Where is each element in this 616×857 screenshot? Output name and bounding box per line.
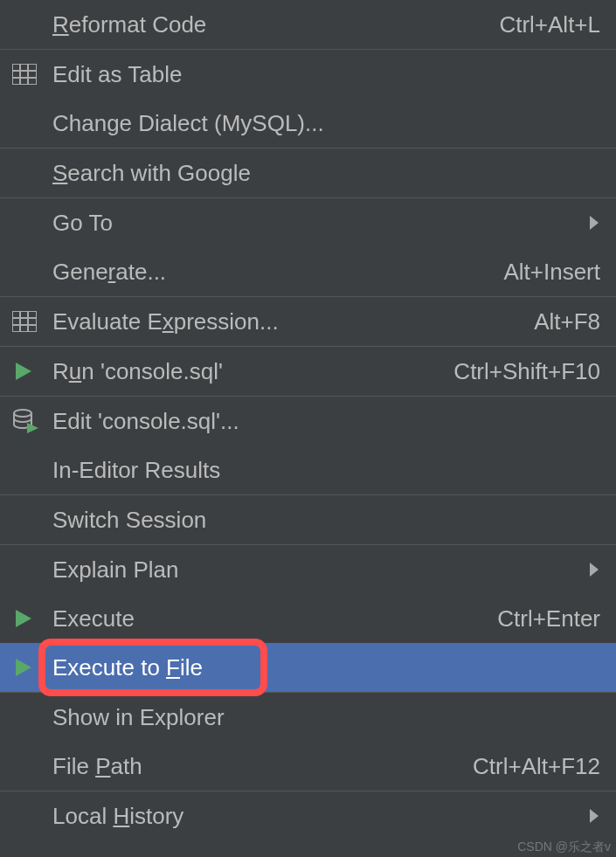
menu-item-shortcut: Alt+Insert <box>503 259 600 286</box>
menu-item-label: Change Dialect (MySQL)... <box>52 110 600 137</box>
menu-item-label: Run 'console.sql' <box>52 358 436 385</box>
menu-item-edit-as-table[interactable]: Edit as Table <box>0 50 616 99</box>
svg-marker-14 <box>590 563 599 577</box>
run-icon <box>12 361 52 382</box>
svg-point-12 <box>14 410 31 417</box>
menu-item-label: Show in Explorer <box>52 704 600 731</box>
menu-item-go-to[interactable]: Go To <box>0 198 616 247</box>
menu-item-shortcut: Ctrl+Alt+F12 <box>473 753 600 780</box>
menu-item-label: Generate... <box>52 259 486 286</box>
svg-rect-6 <box>12 311 37 332</box>
menu-item-switch-session[interactable]: Switch Session <box>0 495 616 544</box>
menu-item-label: Explain Plan <box>52 556 588 584</box>
menu-item-search-with-google[interactable]: Search with Google <box>0 149 616 197</box>
svg-marker-17 <box>590 809 599 823</box>
menu-item-label: Execute to File <box>52 654 600 681</box>
menu-item-shortcut: Ctrl+Enter <box>497 605 600 632</box>
menu-item-label: Switch Session <box>52 507 600 534</box>
menu-item-file-path[interactable]: File PathCtrl+Alt+F12 <box>0 742 616 791</box>
svg-marker-15 <box>16 610 31 627</box>
context-menu: Reformat CodeCtrl+Alt+L Edit as TableCha… <box>0 0 616 840</box>
menu-item-label: Evaluate Expression... <box>52 308 516 335</box>
menu-item-change-dialect-mysql[interactable]: Change Dialect (MySQL)... <box>0 99 616 148</box>
svg-marker-5 <box>590 216 599 230</box>
menu-item-shortcut: Ctrl+Shift+F10 <box>453 358 600 385</box>
menu-item-label: Edit 'console.sql'... <box>52 408 600 435</box>
watermark: CSDN @乐之者v <box>517 840 611 855</box>
menu-item-label: In-Editor Results <box>52 457 600 484</box>
menu-item-label: Edit as Table <box>52 61 600 88</box>
svg-marker-16 <box>16 659 31 676</box>
menu-item-label: File Path <box>52 753 455 780</box>
submenu-arrow-icon <box>588 214 600 232</box>
db-run-icon <box>12 409 52 433</box>
menu-item-label: Search with Google <box>52 160 600 187</box>
svg-marker-13 <box>27 423 38 433</box>
menu-item-shortcut: Alt+F8 <box>534 308 600 335</box>
menu-item-shortcut: Ctrl+Alt+L <box>499 11 600 38</box>
menu-item-explain-plan[interactable]: Explain Plan <box>0 545 616 594</box>
menu-item-label: Reformat Code <box>52 11 481 38</box>
menu-item-evaluate-expression[interactable]: Evaluate Expression...Alt+F8 <box>0 297 616 346</box>
run-icon <box>12 608 52 629</box>
svg-marker-11 <box>16 363 31 380</box>
menu-item-local-history[interactable]: Local History <box>0 791 616 840</box>
menu-item-show-in-explorer[interactable]: Show in Explorer <box>0 693 616 742</box>
menu-item-label: Go To <box>52 210 588 237</box>
menu-item-in-editor-results[interactable]: In-Editor Results <box>0 446 616 494</box>
menu-item-label: Local History <box>52 803 588 830</box>
submenu-arrow-icon <box>588 807 600 825</box>
run-icon <box>12 657 52 678</box>
menu-item-execute[interactable]: ExecuteCtrl+Enter <box>0 594 616 643</box>
table-icon <box>12 64 52 85</box>
menu-item-label: Execute <box>52 605 480 632</box>
menu-item-execute-to-file[interactable]: Execute to File <box>0 643 616 692</box>
table-icon <box>12 311 52 332</box>
svg-rect-0 <box>12 64 37 85</box>
menu-item-edit-console-sql[interactable]: Edit 'console.sql'... <box>0 397 616 446</box>
submenu-arrow-icon <box>588 561 600 578</box>
menu-item-run-console-sql[interactable]: Run 'console.sql'Ctrl+Shift+F10 <box>0 347 616 396</box>
menu-item-generate[interactable]: Generate...Alt+Insert <box>0 247 616 296</box>
menu-item-reformat-code[interactable]: Reformat CodeCtrl+Alt+L <box>0 0 616 49</box>
